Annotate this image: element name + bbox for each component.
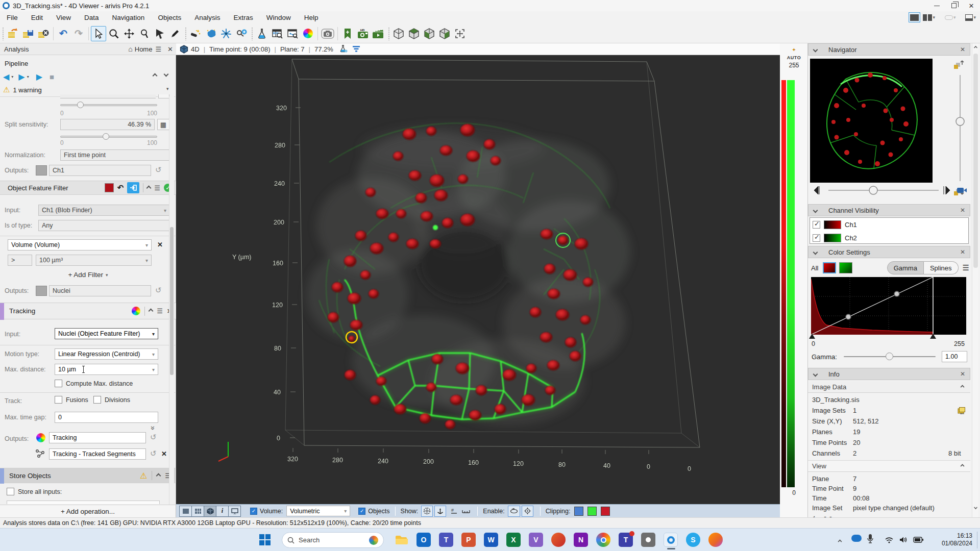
menu-extras[interactable]: Extras: [227, 12, 259, 23]
close-button[interactable]: ✕: [963, 0, 980, 11]
color-settings-collapse-icon[interactable]: [813, 249, 818, 255]
taskbar-arivis-active[interactable]: [664, 533, 678, 547]
gamma-control-point-1[interactable]: [846, 314, 851, 319]
color-mapping-button[interactable]: [300, 26, 315, 41]
channel2-intensity-bar[interactable]: [787, 80, 795, 487]
image-data-subheader[interactable]: Image Data: [808, 381, 970, 393]
show-compass-button[interactable]: [421, 506, 433, 517]
taskbar-word[interactable]: W: [484, 533, 498, 547]
tracking-collapse-icon[interactable]: [149, 309, 154, 314]
off-menu-icon[interactable]: ☰: [154, 184, 160, 192]
clipping-plane-blue-swatch[interactable]: [574, 507, 583, 516]
right-panel-scrollbar[interactable]: [972, 43, 978, 517]
menu-file[interactable]: File: [0, 12, 24, 23]
auto-range-button[interactable]: ✦ AUTO: [780, 45, 808, 61]
channel-visibility-header[interactable]: Channel Visibility ✕: [808, 204, 970, 216]
filter-operator-field[interactable]: >: [8, 255, 32, 266]
output2-remove-icon[interactable]: ✕: [161, 450, 167, 458]
view-info-button[interactable]: i: [216, 506, 229, 517]
clipping-plane-red-swatch[interactable]: [601, 507, 610, 516]
range-max-marker[interactable]: [930, 334, 936, 339]
ch1-gradient-swatch[interactable]: [824, 220, 841, 229]
split-sensitivity-knob[interactable]: [103, 133, 109, 140]
volume-checkbox[interactable]: ✓: [250, 508, 257, 515]
channel-visibility-close-icon[interactable]: ✕: [960, 207, 965, 214]
taskbar-skype[interactable]: S: [686, 533, 700, 547]
magic-wand-tool-button[interactable]: [188, 26, 203, 41]
run-backward-caret-icon[interactable]: ▾: [11, 74, 13, 79]
scroll-up-icon[interactable]: [974, 46, 977, 49]
restore-button[interactable]: [945, 0, 963, 11]
undo-button[interactable]: ↶: [56, 26, 71, 41]
motion-type-dropdown[interactable]: Linear Regression (Centroid)▾: [55, 348, 158, 360]
warning-row[interactable]: ⚠ 1 warning: [3, 85, 42, 94]
minimize-button[interactable]: [928, 0, 945, 11]
tracking-menu-icon[interactable]: ☰: [157, 307, 163, 315]
taskbar-settings[interactable]: [641, 533, 655, 547]
analysis-panel-button[interactable]: [254, 26, 270, 41]
import-document-button[interactable]: [5, 26, 20, 41]
tracking-header[interactable]: Tracking ☰ ✕: [0, 303, 176, 319]
info-header[interactable]: Info ✕: [808, 368, 970, 380]
show-scalebar-button[interactable]: [460, 509, 472, 514]
max-distance-combo[interactable]: 10 µm▾: [55, 364, 158, 375]
hd-snapshot-button[interactable]: HD: [355, 26, 371, 41]
time-step-forward-icon[interactable]: [944, 186, 950, 194]
enable-rotation-button[interactable]: [508, 506, 520, 517]
output-color-swatch[interactable]: [36, 165, 47, 176]
show-desktop-button[interactable]: [977, 532, 977, 548]
split-sensitivity-field[interactable]: 46.39 %: [60, 119, 155, 130]
fusions-checkbox[interactable]: Fusions: [55, 396, 88, 404]
filter-remove-icon[interactable]: ✕: [157, 241, 163, 248]
add-filter-button[interactable]: + Add Filter ▾: [0, 271, 176, 279]
view-subheader[interactable]: View: [808, 460, 970, 472]
save-document-button[interactable]: [20, 26, 36, 41]
run-forward-button[interactable]: ▶: [18, 72, 24, 82]
tracking-input-dropdown[interactable]: Nuclei (Object Feature Filter)▾: [55, 328, 158, 339]
pipeline-collapse-up-icon[interactable]: [153, 73, 158, 79]
taskbar-chrome[interactable]: [596, 533, 610, 547]
image-data-collapse-icon[interactable]: [961, 385, 965, 389]
info-collapse-icon[interactable]: [813, 371, 818, 377]
normalization-field[interactable]: First time point: [60, 149, 169, 161]
panel-close-icon[interactable]: ✕: [164, 45, 176, 53]
zoom-tool-button[interactable]: [106, 26, 121, 41]
filter-value-dropdown[interactable]: 100 µm³▾: [36, 255, 152, 266]
store-all-inputs-checkbox[interactable]: Store all inputs:: [7, 488, 62, 495]
gamma-histogram[interactable]: [811, 277, 966, 335]
tracking-output1-field[interactable]: Tracking: [49, 432, 146, 443]
scrollbar-thumb[interactable]: [170, 227, 174, 375]
outputs1-field[interactable]: Ch1: [49, 165, 151, 176]
taskbar-visual-studio[interactable]: V: [529, 533, 543, 547]
channel-visibility-collapse-icon[interactable]: [813, 208, 818, 213]
tracking-output2-field[interactable]: Tracking - Tracked Segments: [49, 448, 146, 460]
measure-tool-button[interactable]: [234, 26, 249, 41]
analysis-panel-scrollbar[interactable]: [169, 96, 174, 505]
split-view-toggle[interactable]: ▾: [922, 12, 936, 22]
off-outputs-field[interactable]: Nuclei: [49, 285, 151, 296]
plane-up-icon[interactable]: [954, 61, 964, 69]
center-scene-button[interactable]: [452, 26, 468, 41]
spike-tool-button[interactable]: [218, 26, 234, 41]
filter-feature-dropdown[interactable]: Volume (Volume)▾: [8, 239, 152, 251]
split-view-caret-icon[interactable]: ▾: [933, 15, 935, 20]
run-forward-caret-icon[interactable]: ▾: [27, 74, 29, 79]
menu-data[interactable]: Data: [78, 12, 106, 23]
off-input-picker-button[interactable]: [127, 182, 139, 193]
select-objects-tool-button[interactable]: [152, 26, 167, 41]
single-view-toggle[interactable]: [909, 12, 920, 22]
taskbar-onenote[interactable]: N: [574, 533, 588, 547]
store-collapse-icon[interactable]: [156, 473, 161, 478]
panel-menu-icon[interactable]: ☰: [152, 45, 164, 53]
navigator-thumbnail[interactable]: [810, 59, 933, 183]
outputs1-reset-icon[interactable]: ↺: [155, 165, 162, 174]
view-cube-top-button[interactable]: [406, 26, 422, 41]
compute-max-distance-checkbox[interactable]: Compute Max. distance: [55, 380, 133, 387]
track-editor-button[interactable]: [285, 26, 300, 41]
gamma-control-point-2[interactable]: [894, 291, 899, 296]
taskbar-explorer[interactable]: [394, 533, 408, 547]
tray-clock[interactable]: 16:13 01/08/2024: [934, 532, 972, 547]
view-3d-button[interactable]: [204, 506, 216, 517]
volume-mode-dropdown[interactable]: Volumetric▾: [286, 506, 350, 516]
tray-status-pill[interactable]: [882, 533, 926, 547]
